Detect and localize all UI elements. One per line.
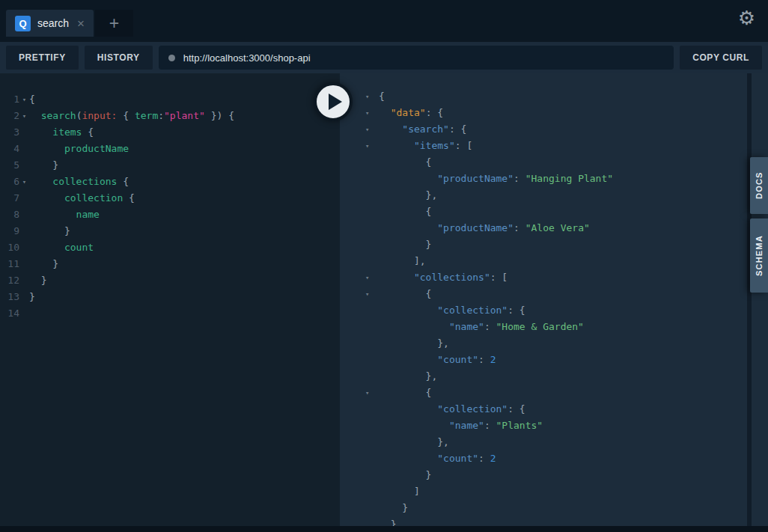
code-text: "collections": [: [379, 269, 768, 286]
code-text: {: [379, 286, 768, 302]
fold-arrow-icon[interactable]: ▾: [365, 269, 379, 286]
prettify-button[interactable]: PRETTIFY: [6, 46, 79, 70]
line-number: 3: [0, 124, 19, 141]
fold-arrow-icon[interactable]: ▾: [365, 121, 379, 138]
code-line: ],: [340, 253, 768, 269]
code-text: }: [29, 256, 340, 272]
endpoint-status-dot-icon: [168, 55, 175, 61]
code-line: 9 }: [0, 223, 340, 239]
fold-spacer: [365, 319, 379, 335]
fold-spacer: [365, 253, 379, 269]
code-line: "name": "Plants": [340, 418, 768, 434]
code-text: },: [379, 434, 768, 450]
code-line: {: [340, 154, 768, 171]
code-line: ▾ {: [340, 286, 768, 302]
code-text: collections {: [29, 174, 340, 190]
code-line: }: [340, 236, 768, 253]
fold-arrow-icon[interactable]: ▾: [19, 91, 29, 108]
line-number: 14: [0, 305, 19, 322]
history-button[interactable]: HISTORY: [85, 46, 153, 70]
code-text: "count": 2: [379, 352, 768, 368]
code-line: "productName": "Hanging Plant": [340, 171, 768, 187]
code-line: }: [340, 467, 768, 483]
code-text: }: [379, 500, 768, 516]
code-line: 11 }: [0, 256, 340, 272]
code-line: 13}: [0, 289, 340, 305]
main-area: 1▾{2▾ search(input: { term:"plant" }) {3…: [0, 73, 768, 526]
code-line: 7 collection {: [0, 190, 340, 207]
fold-arrow-icon[interactable]: ▾: [19, 108, 29, 124]
new-tab-button[interactable]: +: [95, 10, 133, 37]
fold-arrow-icon[interactable]: ▾: [365, 385, 379, 401]
fold-arrow-icon[interactable]: ▾: [365, 138, 379, 154]
fold-arrow-icon[interactable]: ▾: [365, 105, 379, 121]
tab-schema[interactable]: SCHEMA: [750, 218, 768, 293]
fold-arrow-icon[interactable]: ▾: [365, 88, 379, 105]
line-number: 11: [0, 256, 19, 272]
code-text: search(input: { term:"plant" }) {: [29, 108, 340, 124]
close-tab-icon[interactable]: ×: [77, 17, 85, 30]
code-text: "items": [: [379, 138, 768, 154]
query-editor[interactable]: 1▾{2▾ search(input: { term:"plant" }) {3…: [0, 73, 340, 526]
code-line: },: [340, 434, 768, 450]
execute-query-button[interactable]: [314, 82, 353, 121]
line-number: 10: [0, 239, 19, 256]
code-text: },: [379, 335, 768, 352]
code-text: }: [29, 272, 340, 289]
endpoint-url-text: http://localhost:3000/shop-api: [183, 52, 311, 64]
tab-bar: Q search × + ⚙: [0, 0, 768, 42]
settings-gear-icon[interactable]: ⚙: [738, 7, 755, 30]
tab-docs[interactable]: DOCS: [750, 157, 768, 214]
tab-search[interactable]: Q search ×: [6, 10, 94, 37]
code-text: items {: [29, 124, 340, 141]
fold-spacer: [365, 450, 379, 467]
copy-curl-button[interactable]: COPY CURL: [680, 46, 762, 70]
graphql-tab-icon: Q: [15, 16, 31, 31]
fold-spacer: [19, 256, 29, 272]
line-number: 1: [0, 91, 19, 108]
fold-spacer: [19, 289, 29, 305]
code-line: },: [340, 335, 768, 352]
code-text: "productName": "Aloe Vera": [379, 220, 768, 236]
fold-arrow-icon[interactable]: ▾: [19, 174, 29, 190]
fold-spacer: [19, 223, 29, 239]
fold-spacer: [365, 352, 379, 368]
code-text: ]: [379, 483, 768, 500]
play-icon: [329, 94, 342, 110]
code-text: {: [379, 154, 768, 171]
code-text: "count": 2: [379, 450, 768, 467]
code-line: }: [340, 516, 768, 526]
code-line: "productName": "Aloe Vera": [340, 220, 768, 236]
code-line: }: [340, 500, 768, 516]
plus-icon: +: [109, 15, 119, 32]
fold-spacer: [19, 190, 29, 207]
fold-spacer: [365, 154, 379, 171]
code-line: {: [340, 204, 768, 220]
code-line: 8 name: [0, 207, 340, 223]
code-line: ▾ "collections": [: [340, 269, 768, 286]
code-line: ▾ "data": {: [340, 105, 768, 121]
code-text: }: [379, 467, 768, 483]
code-text: {: [379, 204, 768, 220]
line-number: 7: [0, 190, 19, 207]
fold-spacer: [365, 236, 379, 253]
fold-spacer: [19, 124, 29, 141]
code-line: 14: [0, 305, 340, 322]
code-text: "collection": {: [379, 302, 768, 319]
code-text: }: [29, 157, 340, 174]
tab-label: search: [37, 17, 69, 29]
code-text: },: [379, 368, 768, 385]
toolbar: PRETTIFY HISTORY http://localhost:3000/s…: [0, 42, 768, 73]
response-viewer[interactable]: ▾{▾ "data": {▾ "search": {▾ "items": [ {…: [340, 73, 768, 526]
line-number: 12: [0, 272, 19, 289]
code-line: ▾ "search": {: [340, 121, 768, 138]
code-line: "count": 2: [340, 352, 768, 368]
fold-spacer: [19, 272, 29, 289]
code-line: 3 items {: [0, 124, 340, 141]
endpoint-url-input[interactable]: http://localhost:3000/shop-api: [159, 46, 674, 70]
fold-spacer: [365, 483, 379, 500]
code-line: 12 }: [0, 272, 340, 289]
fold-arrow-icon[interactable]: ▾: [365, 286, 379, 302]
fold-spacer: [365, 401, 379, 418]
code-line: ]: [340, 483, 768, 500]
